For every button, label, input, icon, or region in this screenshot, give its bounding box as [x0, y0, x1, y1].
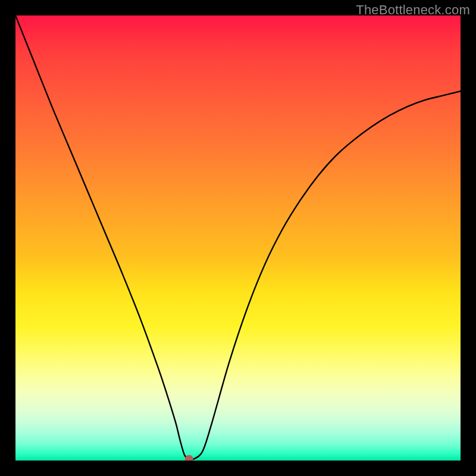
mismatch-curve	[15, 15, 461, 461]
chart-plot-area	[15, 15, 461, 461]
chart-frame: TheBottleneck.com	[0, 0, 476, 476]
optimum-marker	[185, 455, 193, 461]
watermark-text: TheBottleneck.com	[356, 2, 470, 18]
